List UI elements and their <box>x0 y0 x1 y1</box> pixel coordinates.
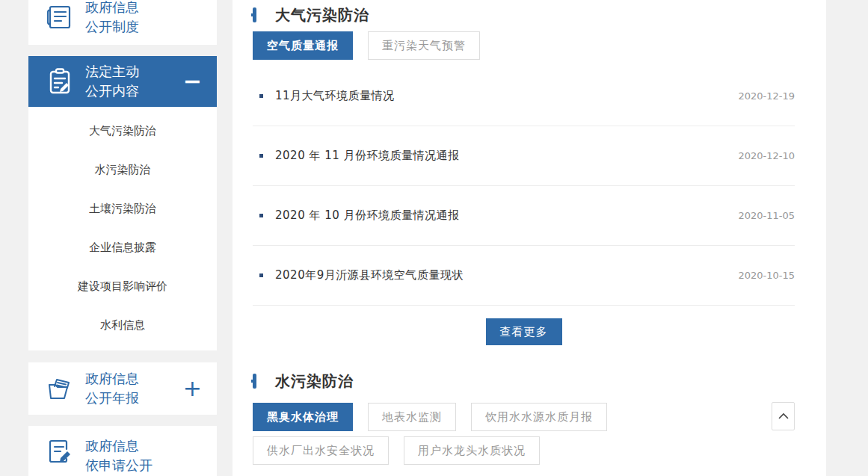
main-content-panel: 大气污染防治 空气质量通报 重污染天气预警 11月大气环境质量情况 2020-1… <box>233 0 826 476</box>
news-title[interactable]: 11月大气环境质量情况 <box>275 89 738 103</box>
sidebar-item-label: 法定主动 公开内容 <box>85 62 179 101</box>
bullet-icon <box>259 94 263 98</box>
air-tabs: 空气质量通报 重污染天气预警 <box>253 31 795 60</box>
submenu-item-water-pollution[interactable]: 水污染防治 <box>28 150 217 189</box>
news-row[interactable]: 11月大气环境质量情况 2020-12-19 <box>253 67 795 126</box>
tab-heavy-pollution-warning[interactable]: 重污染天气预警 <box>368 31 480 60</box>
sidebar-item-annual-report[interactable]: 政府信息 公开年报 + <box>28 362 217 415</box>
water-tabs: 黑臭水体治理 地表水监测 饮用水水源水质月报 供水厂出水安全状况 用户水龙头水质… <box>253 403 746 465</box>
submenu-item-soil-pollution[interactable]: 土壤污染防治 <box>28 189 217 228</box>
news-title[interactable]: 2020 年 10 月份环境质量情况通报 <box>275 208 738 223</box>
label-line2: 依申请公开 <box>85 456 206 475</box>
news-title[interactable]: 2020年9月沂源县环境空气质量现状 <box>275 268 738 282</box>
view-more-button[interactable]: 查看更多 <box>486 318 562 345</box>
document-lines-icon <box>45 2 75 32</box>
document-edit-icon <box>45 436 75 466</box>
news-date: 2020-12-19 <box>738 90 795 102</box>
tab-surface-water-monitoring[interactable]: 地表水监测 <box>368 403 456 431</box>
bullet-icon <box>259 154 263 158</box>
label-line1: 政府信息 <box>85 369 179 389</box>
water-section-title: 水污染防治 <box>275 371 354 392</box>
sidebar-item-disclosure-on-request[interactable]: 政府信息 依申请公开 <box>28 426 217 476</box>
label-line2: 公开制度 <box>85 17 206 37</box>
news-date: 2020-10-15 <box>738 270 795 281</box>
label-line1: 政府信息 <box>85 0 206 17</box>
collapse-minus-icon[interactable]: − <box>179 70 206 93</box>
news-row[interactable]: 2020 年 11 月份环境质量情况通报 2020-12-10 <box>253 126 795 186</box>
sidebar-item-label: 政府信息 公开制度 <box>85 0 206 37</box>
folder-report-icon <box>45 374 75 404</box>
submenu-item-water-conservancy[interactable]: 水利信息 <box>28 306 217 344</box>
label-line1: 政府信息 <box>85 436 206 456</box>
tab-air-quality-bulletin[interactable]: 空气质量通报 <box>253 31 353 60</box>
section-marker-icon <box>253 374 256 389</box>
sidebar-item-disclosure-system[interactable]: 政府信息 公开制度 <box>28 0 217 45</box>
tab-waterworks-outlet-safety[interactable]: 供水厂出水安全状况 <box>253 436 389 465</box>
news-title[interactable]: 2020 年 11 月份环境质量情况通报 <box>275 149 738 163</box>
label-line2: 公开内容 <box>85 81 179 101</box>
submenu-item-air-pollution[interactable]: 大气污染防治 <box>28 111 217 150</box>
news-row[interactable]: 2020年9月沂源县环境空气质量现状 2020-10-15 <box>253 246 795 306</box>
news-date: 2020-12-10 <box>738 150 795 161</box>
submenu-item-enterprise-info[interactable]: 企业信息披露 <box>28 228 217 267</box>
tab-tap-water-quality[interactable]: 用户水龙头水质状况 <box>404 436 540 465</box>
tab-drinking-water-source-monthly[interactable]: 饮用水水源水质月报 <box>471 403 607 431</box>
news-row[interactable]: 2020 年 10 月份环境质量情况通报 2020-11-05 <box>253 186 795 246</box>
sidebar: 政府信息 公开制度 法定主动 公开内容 − 大气污染防治 水污染防治 土壤污染防… <box>28 0 217 476</box>
section-marker-icon <box>253 7 256 22</box>
sidebar-item-label: 政府信息 依申请公开 <box>85 436 206 475</box>
sidebar-item-label: 政府信息 公开年报 <box>85 369 179 408</box>
air-news-list: 11月大气环境质量情况 2020-12-19 2020 年 11 月份环境质量情… <box>253 67 795 306</box>
bullet-icon <box>259 214 263 217</box>
clipboard-pencil-icon <box>45 67 75 96</box>
submenu-item-construction-impact[interactable]: 建设项目影响评价 <box>28 267 217 306</box>
label-line1: 法定主动 <box>85 62 179 81</box>
collapse-section-button[interactable] <box>772 402 795 430</box>
air-section-title: 大气污染防治 <box>275 5 369 25</box>
air-section-header: 大气污染防治 <box>253 4 795 25</box>
label-line2: 公开年报 <box>85 389 179 408</box>
bullet-icon <box>259 273 263 277</box>
sidebar-item-statutory-disclosure[interactable]: 法定主动 公开内容 − <box>28 56 217 107</box>
chevron-up-icon <box>778 412 789 420</box>
news-date: 2020-11-05 <box>738 210 795 221</box>
expand-plus-icon[interactable]: + <box>179 377 206 400</box>
tab-black-odorous-water[interactable]: 黑臭水体治理 <box>253 403 353 431</box>
sidebar-submenu: 大气污染防治 水污染防治 土壤污染防治 企业信息披露 建设项目影响评价 水利信息 <box>28 107 217 350</box>
water-section-header: 水污染防治 <box>253 371 795 392</box>
